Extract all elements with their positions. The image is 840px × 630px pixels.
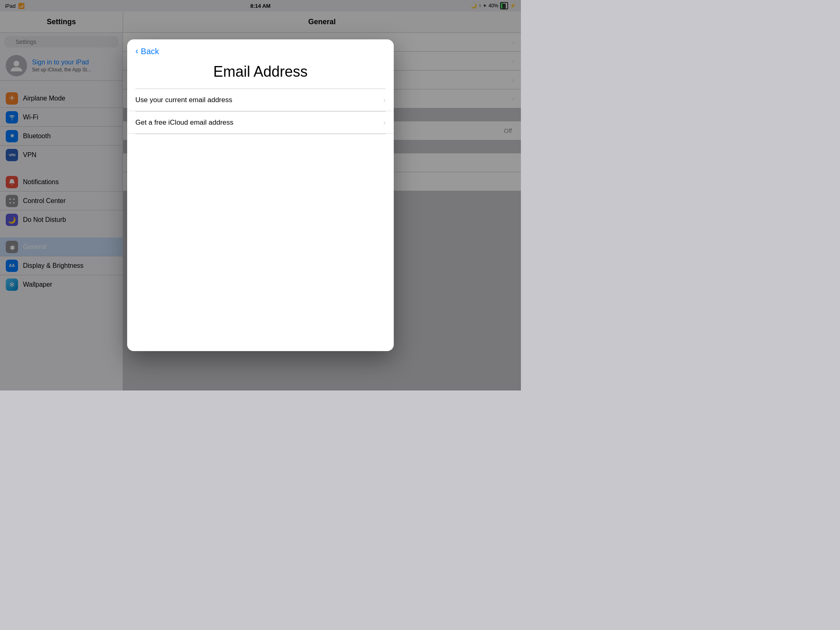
back-label: Back — [141, 47, 159, 56]
modal-title: Email Address — [127, 57, 394, 89]
modal-overlay[interactable]: ‹ Back Email Address Use your current em… — [0, 0, 521, 390]
back-button[interactable]: ‹ Back — [127, 39, 394, 57]
back-chevron-icon: ‹ — [135, 46, 138, 57]
use-current-email-label: Use your current email address — [135, 96, 383, 104]
option-chevron-icon-2: › — [383, 119, 386, 126]
use-current-email-option[interactable]: Use your current email address › — [127, 89, 394, 111]
get-icloud-email-option[interactable]: Get a free iCloud email address › — [127, 112, 394, 134]
email-address-modal: ‹ Back Email Address Use your current em… — [127, 39, 394, 351]
get-icloud-email-label: Get a free iCloud email address — [135, 119, 383, 127]
modal-spacer — [127, 134, 394, 351]
option-chevron-icon: › — [383, 96, 386, 104]
